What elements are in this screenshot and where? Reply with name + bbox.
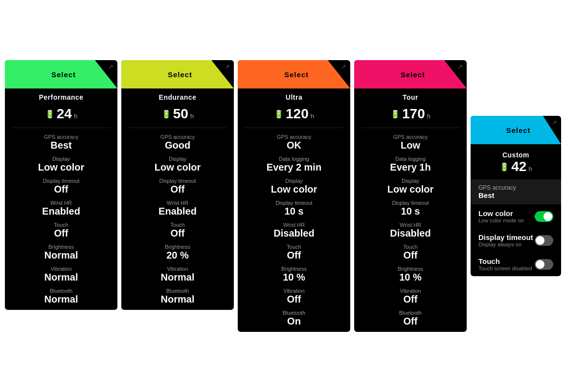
setting-label: Display timeout [245,200,343,206]
setting-group: Touch Off [12,222,111,239]
setting-value: Disabled [361,228,460,239]
setting-group: Display timeout Off [12,178,111,195]
setting-label: Wrist HR [361,222,460,228]
battery-row: 🔋 170 h [361,106,460,122]
setting-value: Normal [12,250,111,261]
setting-group: Brightness 10 % [245,266,343,283]
toggle-display-timeout[interactable] [535,235,553,246]
mode-name: Endurance [128,93,227,101]
setting-label: Touch [361,244,460,250]
toggle-low-color[interactable] [535,211,553,222]
battery-value: 24 [57,106,72,122]
custom-setting-sub: Touch screen disabled [478,265,532,271]
setting-value: OK [245,140,343,151]
setting-group: Brightness 20 % [128,244,227,261]
card-performance[interactable]: Select ↗ Performance 🔋 24 h GPS accuracy… [5,60,117,310]
card-ultra[interactable]: Select ↗ Ultra 🔋 120 h GPS accuracy OK D… [238,60,350,332]
custom-setting-title: Touch [478,257,532,265]
battery-icon: 🔋 [390,109,400,119]
mode-name: Tour [361,93,460,101]
card-header: Select ↗ [238,60,350,88]
card-endurance[interactable]: Select ↗ Endurance 🔋 50 h GPS accuracy G… [121,60,234,310]
battery-value: 50 [173,106,188,122]
setting-group: Wrist HR Enabled [128,200,227,217]
battery-icon: 🔋 [161,109,171,119]
setting-label: Data logging [361,156,460,162]
battery-icon: 🔋 [274,109,284,119]
setting-value: 20 % [128,250,227,261]
setting-label: GPS accuracy [128,134,227,140]
setting-label: Vibration [245,288,343,294]
setting-group: Vibration Off [245,288,343,305]
corner-arrow-icon: ↗ [457,63,463,70]
custom-setting-text: Low color Low color mode on [478,209,524,223]
custom-setting-title: Display timeout [478,233,533,241]
setting-value: Good [128,140,227,151]
battery-row: 🔋 50 h [128,106,227,122]
mode-name: Performance [12,93,111,101]
setting-group: Bluetooth Normal [128,288,227,305]
mode-name: Custom [478,151,553,159]
setting-label: Display timeout [128,178,227,184]
setting-value: Best [12,140,111,151]
setting-group: Display Low color [12,156,111,173]
custom-mode-section: Custom 🔋 42 h [471,144,561,179]
gps-setting-row: GPS accuracy Best [471,179,561,204]
setting-label: GPS accuracy [361,134,460,140]
setting-value: On [245,316,343,327]
battery-value: 120 [286,106,309,122]
setting-label: Touch [245,244,343,250]
setting-value: Enabled [128,206,227,217]
setting-group: Display timeout 10 s [245,200,343,217]
battery-unit: h [427,112,430,120]
setting-group: Vibration Off [361,288,460,305]
setting-group: Display Low color [128,156,227,173]
setting-value: Low color [12,162,111,173]
setting-group: Bluetooth Off [361,310,460,327]
custom-setting-row: Low color Low color mode on [471,204,561,228]
setting-label: Display [245,178,343,184]
battery-unit: h [190,112,194,120]
battery-row: 🔋 120 h [245,106,343,122]
custom-setting-row: Display timeout Display always on [471,228,561,252]
header-label: Select [471,126,561,134]
custom-setting-text: Display timeout Display always on [478,233,533,247]
setting-label: Brightness [12,244,111,250]
setting-value: Normal [128,294,227,305]
setting-label: Touch [128,222,227,228]
card-body: Endurance 🔋 50 h GPS accuracy Good Displ… [121,88,234,310]
setting-group: Touch Off [245,244,343,261]
toggle-touch[interactable] [535,259,553,270]
setting-value: Disabled [245,228,343,239]
setting-group: GPS accuracy OK [245,134,343,151]
card-custom[interactable]: Select ↗ Custom 🔋 42 h GPS accuracy Best… [471,116,561,276]
setting-value: Enabled [12,206,111,217]
setting-label: Bluetooth [245,310,343,316]
battery-row: 🔋 24 h [12,106,111,122]
setting-label: Bluetooth [361,310,460,316]
setting-label: Bluetooth [12,288,111,294]
setting-label: Vibration [12,266,111,272]
setting-group: GPS accuracy Good [128,134,227,151]
card-header: Select ↗ [5,60,117,88]
setting-value: Off [361,316,460,327]
custom-setting-title: Low color [478,209,524,218]
card-tour[interactable]: Select ↗ Tour 🔋 170 h GPS accuracy Low D… [354,60,467,332]
setting-value: Off [128,228,227,239]
setting-group: Brightness Normal [12,244,111,261]
setting-value: Off [12,228,111,239]
custom-setting-text: Touch Touch screen disabled [478,257,532,271]
setting-label: Vibration [128,266,227,272]
setting-label: Data logging [245,156,343,162]
gps-label-col: GPS accuracy Best [478,184,516,199]
toggle-knob [543,212,552,221]
setting-group: Wrist HR Enabled [12,200,111,217]
header-label: Select [238,70,350,79]
corner-arrow-icon: ↗ [341,63,346,70]
setting-group: Bluetooth Normal [12,288,111,305]
setting-label: Brightness [245,266,343,272]
setting-value: Off [12,184,111,195]
setting-group: Vibration Normal [128,266,227,283]
setting-label: Wrist HR [128,200,227,206]
battery-row: 🔋 42 h [478,159,553,174]
